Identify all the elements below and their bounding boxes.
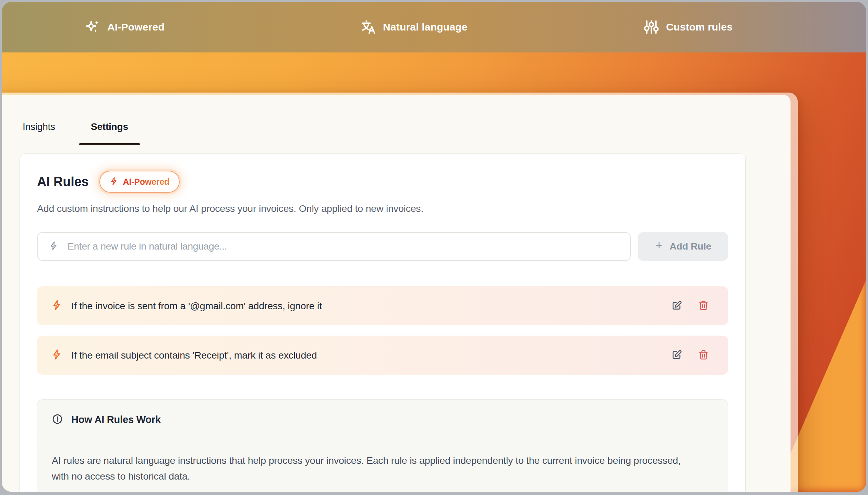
card-description: Add custom instructions to help our AI p… bbox=[37, 203, 728, 214]
trash-icon bbox=[698, 349, 709, 361]
card-title-row: AI Rules AI-Powered bbox=[37, 171, 728, 193]
feature-natural-language: Natural language bbox=[360, 2, 468, 52]
rule-row: If the email subject contains 'Receipt',… bbox=[37, 336, 728, 375]
feature-label: Natural language bbox=[383, 21, 468, 33]
delete-rule-button[interactable] bbox=[698, 349, 709, 361]
tab-settings[interactable]: Settings bbox=[79, 121, 140, 145]
bolt-icon bbox=[51, 300, 62, 312]
edit-rule-button[interactable] bbox=[671, 300, 682, 312]
delete-rule-button[interactable] bbox=[698, 300, 709, 312]
new-rule-input[interactable] bbox=[67, 241, 620, 252]
rule-input-container bbox=[37, 232, 631, 261]
add-rule-label: Add Rule bbox=[670, 241, 711, 252]
edit-rule-button[interactable] bbox=[671, 349, 682, 361]
rule-actions bbox=[671, 349, 709, 361]
add-rule-button[interactable]: Add Rule bbox=[638, 232, 728, 261]
info-icon bbox=[52, 413, 63, 426]
edit-icon bbox=[671, 349, 682, 361]
how-ai-rules-work-box: How AI Rules Work AI rules are natural l… bbox=[37, 399, 728, 492]
translate-icon bbox=[360, 19, 376, 35]
feature-label: AI-Powered bbox=[107, 21, 165, 33]
card-title: AI Rules bbox=[37, 174, 88, 189]
info-box-title: How AI Rules Work bbox=[71, 414, 161, 425]
tab-settings-label: Settings bbox=[91, 121, 128, 132]
feature-custom-rules: Custom rules bbox=[643, 2, 733, 52]
app-window: Insights Settings AI Rules bbox=[2, 93, 798, 492]
rules-list: If the invoice is sent from a '@gmail.co… bbox=[37, 286, 728, 375]
info-box-header: How AI Rules Work bbox=[37, 400, 728, 440]
bolt-icon bbox=[49, 241, 59, 252]
bolt-icon bbox=[51, 349, 62, 361]
ai-powered-badge: AI-Powered bbox=[99, 171, 180, 193]
bolt-icon bbox=[110, 177, 118, 187]
rule-actions bbox=[671, 300, 709, 312]
plus-icon bbox=[654, 241, 664, 252]
rule-text: If the invoice is sent from a '@gmail.co… bbox=[71, 300, 662, 312]
app-canvas: AI-Powered Natural language bbox=[2, 2, 866, 492]
tab-insights[interactable]: Insights bbox=[23, 121, 55, 145]
screenshot-stage: AI-Powered Natural language bbox=[0, 0, 868, 495]
feature-ai-powered: AI-Powered bbox=[85, 2, 165, 52]
ai-rules-card: AI Rules AI-Powered Add custom instructi… bbox=[20, 153, 746, 492]
trash-icon bbox=[698, 300, 709, 312]
tab-bar: Insights Settings bbox=[2, 95, 791, 145]
badge-label: AI-Powered bbox=[123, 177, 169, 187]
active-tab-underline bbox=[79, 143, 140, 145]
app-window-content: Insights Settings AI Rules bbox=[2, 95, 791, 492]
feature-bar: AI-Powered Natural language bbox=[2, 2, 866, 52]
info-box-body: AI rules are natural language instructio… bbox=[37, 440, 704, 492]
edit-icon bbox=[671, 300, 682, 312]
sparkles-icon bbox=[85, 19, 100, 35]
rule-row: If the invoice is sent from a '@gmail.co… bbox=[37, 286, 728, 325]
feature-label: Custom rules bbox=[666, 21, 733, 33]
rule-input-row: Add Rule bbox=[37, 232, 728, 261]
rule-text: If the email subject contains 'Receipt',… bbox=[71, 350, 662, 361]
sliders-icon bbox=[643, 19, 659, 35]
